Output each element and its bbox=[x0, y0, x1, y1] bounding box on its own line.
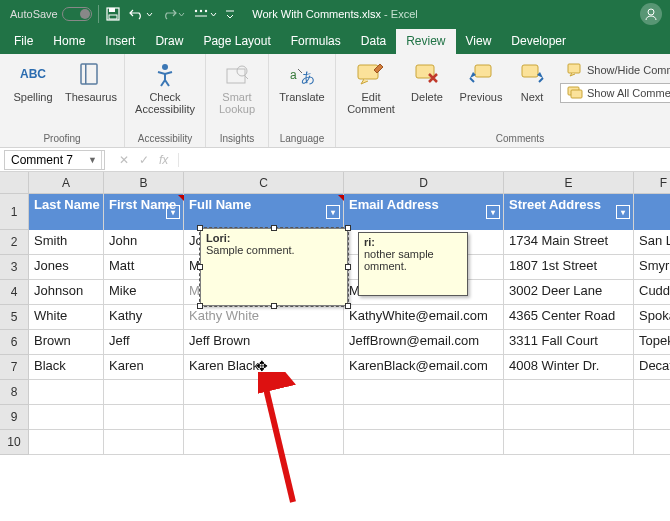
table-cell[interactable]: Mike bbox=[104, 280, 184, 305]
table-cell[interactable]: Spoka bbox=[634, 305, 670, 330]
table-cell[interactable]: Topek bbox=[634, 330, 670, 355]
show-hide-comment-button[interactable]: Show/Hide Comment bbox=[560, 60, 670, 80]
tab-developer[interactable]: Developer bbox=[501, 29, 576, 54]
row-header[interactable]: 5 bbox=[0, 305, 29, 330]
table-cell[interactable]: KarenBlack@email.com bbox=[344, 355, 504, 380]
table-cell[interactable]: Matt bbox=[104, 255, 184, 280]
column-header[interactable]: C bbox=[184, 172, 344, 194]
table-cell[interactable] bbox=[184, 380, 344, 405]
table-cell[interactable]: 4365 Center Road bbox=[504, 305, 634, 330]
table-cell[interactable]: John bbox=[104, 230, 184, 255]
table-cell[interactable] bbox=[344, 405, 504, 430]
tab-file[interactable]: File bbox=[4, 29, 43, 54]
table-cell[interactable]: Johnson bbox=[29, 280, 104, 305]
table-cell[interactable]: JeffBrown@email.com bbox=[344, 330, 504, 355]
table-cell[interactable]: KathyWhite@email.com bbox=[344, 305, 504, 330]
check-accessibility-button[interactable]: Check Accessibility bbox=[131, 57, 199, 115]
table-cell[interactable] bbox=[184, 430, 344, 455]
table-cell[interactable] bbox=[634, 405, 670, 430]
save-button[interactable] bbox=[101, 2, 125, 26]
table-cell[interactable] bbox=[634, 430, 670, 455]
table-cell[interactable] bbox=[104, 430, 184, 455]
row-header[interactable]: 7 bbox=[0, 355, 29, 380]
quick-access-dropdown[interactable] bbox=[221, 2, 239, 26]
table-header-cell[interactable] bbox=[634, 194, 670, 230]
select-all-corner[interactable] bbox=[0, 172, 29, 194]
column-header[interactable]: E bbox=[504, 172, 634, 194]
tab-home[interactable]: Home bbox=[43, 29, 95, 54]
delete-comment-button[interactable]: Delete bbox=[404, 57, 450, 115]
row-header[interactable]: 2 bbox=[0, 230, 29, 255]
next-comment-button[interactable]: Next bbox=[512, 57, 552, 115]
quick-access-more[interactable] bbox=[189, 2, 221, 26]
filter-icon[interactable]: ▾ bbox=[326, 205, 340, 219]
table-cell[interactable]: 4008 Winter Dr. bbox=[504, 355, 634, 380]
table-header-cell[interactable]: Full Name▾ bbox=[184, 194, 344, 230]
tab-data[interactable]: Data bbox=[351, 29, 396, 54]
table-cell[interactable] bbox=[29, 380, 104, 405]
table-cell[interactable]: Cudde bbox=[634, 280, 670, 305]
undo-button[interactable] bbox=[125, 2, 157, 26]
table-cell[interactable]: Smyrn bbox=[634, 255, 670, 280]
table-cell[interactable]: Smith bbox=[29, 230, 104, 255]
table-header-cell[interactable]: Street Address▾ bbox=[504, 194, 634, 230]
autosave-toggle[interactable]: AutoSave bbox=[6, 2, 96, 26]
table-cell[interactable]: Brown bbox=[29, 330, 104, 355]
comment-box-selected[interactable]: Lori: Sample comment. bbox=[200, 228, 348, 306]
row-header[interactable]: 6 bbox=[0, 330, 29, 355]
table-cell[interactable]: Karen bbox=[104, 355, 184, 380]
filter-icon[interactable]: ▾ bbox=[616, 205, 630, 219]
table-cell[interactable]: 3311 Fall Court bbox=[504, 330, 634, 355]
tab-page-layout[interactable]: Page Layout bbox=[193, 29, 280, 54]
row-header[interactable]: 8 bbox=[0, 380, 29, 405]
table-cell[interactable]: Jeff Brown bbox=[184, 330, 344, 355]
filter-icon[interactable]: ▾ bbox=[486, 205, 500, 219]
column-header[interactable]: B bbox=[104, 172, 184, 194]
table-cell[interactable]: Kathy White bbox=[184, 305, 344, 330]
user-icon[interactable] bbox=[640, 3, 662, 25]
table-cell[interactable]: Kathy bbox=[104, 305, 184, 330]
tab-review[interactable]: Review bbox=[396, 29, 455, 54]
table-cell[interactable] bbox=[344, 380, 504, 405]
show-all-comments-button[interactable]: Show All Comments bbox=[560, 83, 670, 103]
spelling-button[interactable]: ABC Spelling bbox=[6, 57, 60, 103]
table-cell[interactable] bbox=[344, 430, 504, 455]
tab-view[interactable]: View bbox=[456, 29, 502, 54]
table-cell[interactable] bbox=[184, 405, 344, 430]
tab-insert[interactable]: Insert bbox=[95, 29, 145, 54]
table-cell[interactable]: Black bbox=[29, 355, 104, 380]
row-header[interactable]: 10 bbox=[0, 430, 29, 455]
comment-box[interactable]: ri: nother sample omment. bbox=[358, 232, 468, 296]
translate-button[interactable]: aあ Translate bbox=[275, 57, 329, 103]
table-cell[interactable] bbox=[29, 430, 104, 455]
tab-draw[interactable]: Draw bbox=[145, 29, 193, 54]
table-cell[interactable] bbox=[504, 380, 634, 405]
table-cell[interactable]: White bbox=[29, 305, 104, 330]
row-header[interactable]: 3 bbox=[0, 255, 29, 280]
tab-formulas[interactable]: Formulas bbox=[281, 29, 351, 54]
table-cell[interactable]: 3002 Deer Lane bbox=[504, 280, 634, 305]
row-header[interactable]: 4 bbox=[0, 280, 29, 305]
table-cell[interactable]: 1807 1st Street bbox=[504, 255, 634, 280]
table-cell[interactable] bbox=[104, 380, 184, 405]
column-header[interactable]: F bbox=[634, 172, 670, 194]
previous-comment-button[interactable]: Previous bbox=[454, 57, 508, 115]
edit-comment-button[interactable]: Edit Comment bbox=[342, 57, 400, 115]
table-cell[interactable] bbox=[104, 405, 184, 430]
thesaurus-button[interactable]: Thesaurus bbox=[64, 57, 118, 103]
table-header-cell[interactable]: First Name▾ bbox=[104, 194, 184, 230]
name-box[interactable]: Comment 7▼ bbox=[7, 151, 102, 169]
table-cell[interactable] bbox=[504, 430, 634, 455]
filter-icon[interactable]: ▾ bbox=[166, 205, 180, 219]
redo-button[interactable] bbox=[157, 2, 189, 26]
row-header[interactable]: 1 bbox=[0, 194, 29, 230]
table-header-cell[interactable]: Email Address▾ bbox=[344, 194, 504, 230]
table-cell[interactable]: Jeff bbox=[104, 330, 184, 355]
table-header-cell[interactable]: Last Name bbox=[29, 194, 104, 230]
table-cell[interactable] bbox=[634, 380, 670, 405]
row-header[interactable]: 9 bbox=[0, 405, 29, 430]
column-header[interactable]: D bbox=[344, 172, 504, 194]
table-cell[interactable] bbox=[504, 405, 634, 430]
column-header[interactable]: A bbox=[29, 172, 104, 194]
table-cell[interactable]: 1734 Main Street bbox=[504, 230, 634, 255]
